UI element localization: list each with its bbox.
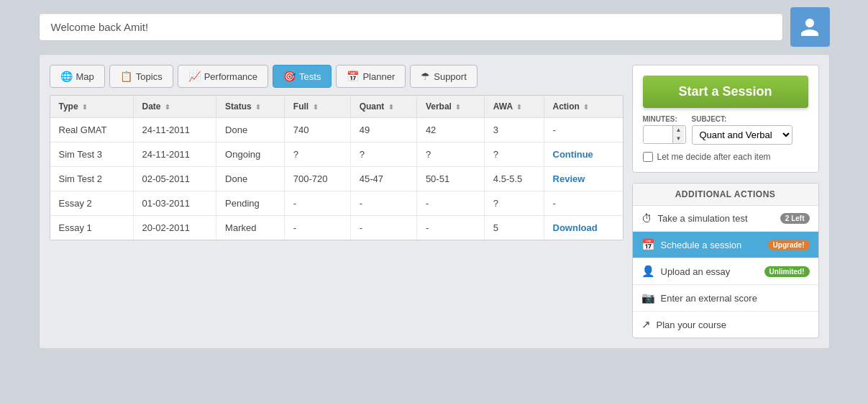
table-row: Sim Test 202-05-2011Done700-72045-4750-5… — [50, 167, 623, 191]
cell-status-1: Ongoing — [216, 142, 285, 167]
action-link-1[interactable]: Continue — [553, 149, 593, 160]
action-item-simulate[interactable]: ⏱ Take a simulation test 2 Left — [633, 206, 818, 232]
badge-simulate: 2 Left — [780, 213, 810, 224]
col-header-status[interactable]: Status ⇕ — [216, 96, 285, 118]
tab-topics[interactable]: 📋Topics — [109, 65, 173, 88]
subject-label: SUBJECT: — [692, 115, 792, 123]
tab-planner[interactable]: 📅Planner — [336, 65, 406, 88]
planner-icon: 📅 — [347, 71, 359, 82]
tab-label-map: Map — [76, 71, 94, 82]
sort-arrows-awa: ⇕ — [516, 104, 522, 111]
col-header-date[interactable]: Date ⇕ — [133, 96, 216, 118]
cell-full-3: - — [284, 191, 350, 216]
col-header-full[interactable]: Full ⇕ — [284, 96, 350, 118]
tab-support[interactable]: ☂Support — [410, 65, 478, 88]
tab-tests[interactable]: 🎯Tests — [273, 65, 332, 88]
cell-action-2[interactable]: Review — [544, 167, 622, 191]
minutes-group: MINUTES: ▲ ▼ — [643, 115, 686, 144]
cell-date-0: 24-11-2011 — [133, 118, 216, 142]
minutes-up-button[interactable]: ▲ — [673, 126, 685, 135]
cell-status-2: Done — [216, 167, 285, 191]
avatar[interactable] — [790, 7, 830, 47]
session-card: Start a Session MINUTES: ▲ ▼ SU — [632, 65, 819, 173]
right-panel: Start a Session MINUTES: ▲ ▼ SU — [632, 65, 819, 338]
table-row: Real GMAT24-11-2011Done74049423- — [50, 118, 623, 142]
tab-label-topics: Topics — [136, 71, 163, 82]
cell-verbal-0: 42 — [416, 118, 484, 142]
action-item-schedule[interactable]: 📅 Schedule a session Upgrade! — [633, 232, 818, 258]
support-icon: ☂ — [421, 71, 430, 82]
cell-type-2: Sim Test 2 — [50, 167, 134, 191]
col-header-quant[interactable]: Quant ⇕ — [350, 96, 416, 118]
tab-label-performance: Performance — [204, 71, 257, 82]
cell-awa-2: 4.5-5.5 — [484, 167, 544, 191]
cell-verbal-4: - — [416, 216, 484, 240]
essay-icon: 👤 — [641, 265, 655, 278]
cell-quant-3: - — [350, 191, 416, 216]
cell-verbal-3: - — [416, 191, 484, 216]
action-item-essay[interactable]: 👤 Upload an essay Unlimited! — [633, 258, 818, 285]
table-row: Sim Test 324-11-2011Ongoing????Continue — [50, 142, 623, 167]
action-label-external: Enter an external score — [661, 293, 810, 304]
cell-action-4[interactable]: Download — [544, 216, 622, 240]
main-container: 🌐Map📋Topics📈Performance🎯Tests📅Planner☂Su… — [39, 54, 830, 349]
cell-full-2: 700-720 — [284, 167, 350, 191]
badge-essay: Unlimited! — [764, 266, 810, 277]
welcome-message: Welcome back Amit! — [39, 13, 783, 41]
checkbox-row: Let me decide after each item — [643, 152, 808, 162]
simulate-icon: ⏱ — [641, 212, 652, 225]
additional-actions-title: ADDITIONAL ACTIONS — [633, 184, 818, 206]
cell-quant-0: 49 — [350, 118, 416, 142]
sort-arrows-full: ⇕ — [313, 104, 319, 111]
subject-select[interactable]: Quant and VerbalQuant OnlyVerbal OnlyAWA — [692, 125, 792, 145]
cell-awa-4: 5 — [484, 216, 544, 240]
table-row: Essay 201-03-2011Pending---?- — [50, 191, 623, 216]
cell-full-4: - — [284, 216, 350, 240]
cell-verbal-1: ? — [416, 142, 484, 167]
action-label-essay: Upload an essay — [661, 266, 759, 277]
action-label-course: Plan your course — [657, 320, 810, 330]
minutes-spinners: ▲ ▼ — [672, 126, 685, 143]
action-link-2[interactable]: Review — [553, 173, 585, 184]
cell-type-4: Essay 1 — [50, 216, 134, 240]
page-wrapper: Welcome back Amit! 🌐Map📋Topics📈Performan… — [39, 7, 830, 349]
sort-arrows-status: ⇕ — [255, 104, 261, 111]
sort-arrows-action: ⇕ — [583, 104, 589, 111]
cell-date-4: 20-02-2011 — [133, 216, 216, 240]
tab-map[interactable]: 🌐Map — [50, 65, 105, 88]
cell-full-1: ? — [284, 142, 350, 167]
cell-date-3: 01-03-2011 — [133, 191, 216, 216]
action-item-external[interactable]: 📷 Enter an external score — [633, 285, 818, 312]
action-link-4[interactable]: Download — [553, 222, 598, 233]
tab-performance[interactable]: 📈Performance — [178, 65, 268, 88]
sort-arrows-type: ⇕ — [82, 104, 88, 111]
cell-type-1: Sim Test 3 — [50, 142, 134, 167]
col-header-action[interactable]: Action ⇕ — [544, 96, 622, 118]
cell-quant-4: - — [350, 216, 416, 240]
start-session-button[interactable]: Start a Session — [643, 76, 808, 108]
cell-awa-3: ? — [484, 191, 544, 216]
col-header-awa[interactable]: AWA ⇕ — [484, 96, 544, 118]
cell-action-0: - — [544, 118, 622, 142]
action-item-course[interactable]: ↗ Plan your course — [633, 312, 818, 338]
cell-full-0: 740 — [284, 118, 350, 142]
cell-action-3: - — [544, 191, 622, 216]
minutes-input[interactable] — [644, 127, 672, 143]
col-header-type[interactable]: Type ⇕ — [50, 96, 134, 118]
tab-label-tests: Tests — [299, 71, 321, 82]
decide-checkbox-label: Let me decide after each item — [657, 152, 771, 162]
badge-schedule: Upgrade! — [768, 240, 810, 250]
minutes-down-button[interactable]: ▼ — [673, 135, 685, 143]
decide-checkbox[interactable] — [643, 152, 653, 162]
external-icon: 📷 — [641, 291, 655, 304]
sort-arrows-date: ⇕ — [165, 104, 170, 111]
cell-status-0: Done — [216, 118, 285, 142]
minutes-input-wrapper: ▲ ▼ — [643, 125, 686, 144]
col-header-verbal[interactable]: Verbal ⇕ — [416, 96, 484, 118]
cell-date-2: 02-05-2011 — [133, 167, 216, 191]
tab-label-support: Support — [434, 71, 467, 82]
minutes-label: MINUTES: — [643, 115, 686, 123]
cell-action-1[interactable]: Continue — [544, 142, 622, 167]
cell-type-3: Essay 2 — [50, 191, 134, 216]
cell-awa-1: ? — [484, 142, 544, 167]
